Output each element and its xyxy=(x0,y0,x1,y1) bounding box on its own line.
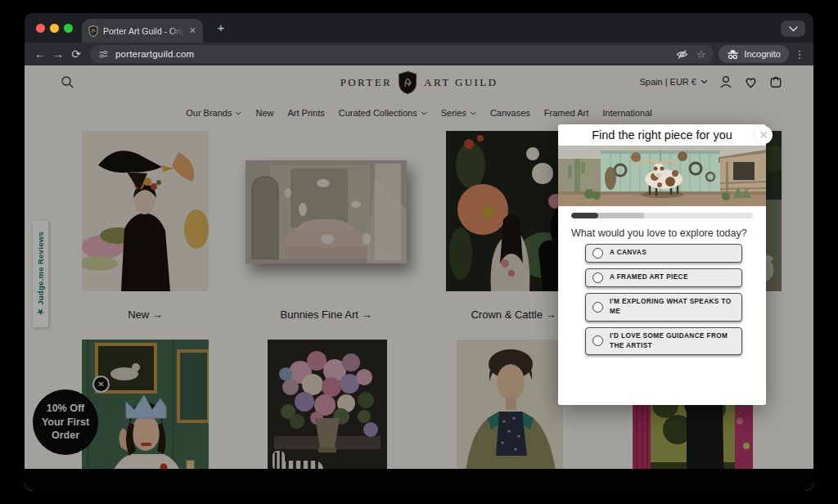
browser-toolbar: ← → ⟳ porterartguild.com ☆ Incognito ⋮ xyxy=(25,43,813,65)
incognito-icon xyxy=(727,49,739,60)
quiz-modal: ✕ Find the right piece for you xyxy=(558,124,766,405)
window-controls xyxy=(36,24,73,33)
radio-icon xyxy=(592,335,603,346)
eye-off-icon[interactable] xyxy=(676,49,688,60)
option-guidance-from-artist[interactable]: I'D LOVE SOME GUIDANCE FROM THE ARTIST xyxy=(585,327,742,356)
longhorn-barn-image xyxy=(558,146,766,206)
option-exploring[interactable]: I'M EXPLORING WHAT SPEAKS TO ME xyxy=(585,293,742,322)
quiz-options: A CANVAS A FRAMED ART PIECE I'M EXPLORIN… xyxy=(585,244,742,355)
option-a-canvas[interactable]: A CANVAS xyxy=(585,244,742,263)
tab-close-icon[interactable]: ✕ xyxy=(189,26,196,35)
browser-tab[interactable]: Porter Art Guild - Original Exc ✕ xyxy=(82,19,203,43)
reload-button[interactable]: ⟳ xyxy=(67,47,85,61)
new-tab-button[interactable]: + xyxy=(213,20,229,36)
modal-close-button[interactable]: ✕ xyxy=(755,126,773,144)
page-viewport: PORTER ART GUILD Spain | EUR € Our Brand… xyxy=(25,65,813,491)
radio-icon xyxy=(592,302,603,313)
maximize-window-button[interactable] xyxy=(64,24,73,33)
omnibox-actions: ☆ xyxy=(676,48,706,61)
quiz-progress-bar xyxy=(571,213,753,218)
favicon-crest-icon xyxy=(88,25,98,37)
tab-strip: Porter Art Guild - Original Exc ✕ + xyxy=(25,13,813,43)
option-framed-art-piece[interactable]: A FRAMED ART PIECE xyxy=(585,268,742,287)
modal-title: Find the right piece for you xyxy=(558,124,766,146)
browser-menu-icon[interactable]: ⋮ xyxy=(792,48,807,61)
close-window-button[interactable] xyxy=(36,24,45,33)
progress-completed-segment xyxy=(571,213,598,218)
chevron-down-icon xyxy=(789,26,798,32)
progress-current-segment xyxy=(598,213,644,218)
radio-icon xyxy=(592,248,603,259)
address-bar[interactable]: porterartguild.com ☆ xyxy=(90,45,714,63)
url-text: porterartguild.com xyxy=(115,49,194,59)
tab-title: Porter Art Guild - Original Exc xyxy=(103,26,184,36)
incognito-badge: Incognito xyxy=(719,45,789,63)
incognito-label: Incognito xyxy=(744,49,781,59)
site-settings-icon[interactable] xyxy=(98,49,109,60)
minimize-window-button[interactable] xyxy=(50,24,59,33)
browser-window: Porter Art Guild - Original Exc ✕ + ← → … xyxy=(25,13,813,491)
forward-button[interactable]: → xyxy=(49,47,67,61)
radio-icon xyxy=(592,272,603,283)
quiz-question: What would you love to explore today? xyxy=(571,227,753,239)
window-chevron-button[interactable] xyxy=(781,20,805,37)
back-button[interactable]: ← xyxy=(31,47,49,61)
bookmark-star-icon[interactable]: ☆ xyxy=(696,48,706,61)
